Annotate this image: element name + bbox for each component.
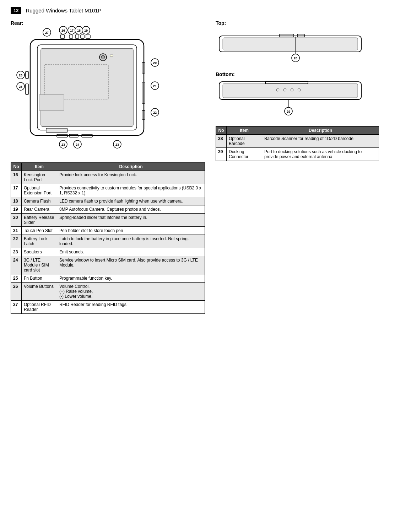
right-col-header-item: Item: [227, 127, 262, 135]
svg-rect-12: [81, 35, 84, 38]
page-number: 12: [11, 7, 21, 14]
page-title: Rugged Windows Tablet M101P: [26, 7, 101, 14]
bottom-label: Bottom:: [216, 71, 400, 77]
svg-text:21: 21: [153, 84, 157, 88]
svg-text:26: 26: [19, 85, 22, 88]
left-table-item: 3G / LTE Module / SIM card slot: [22, 256, 57, 274]
left-table-no: 18: [11, 197, 22, 205]
svg-rect-56: [223, 84, 358, 98]
left-table-no: 21: [11, 227, 22, 235]
svg-text:27: 27: [45, 31, 49, 34]
left-table-item: Optional RFID Reader: [22, 301, 57, 314]
left-table-no: 23: [11, 248, 22, 256]
col-header-no: No: [11, 163, 22, 171]
right-table-item: Docking Connector: [227, 148, 262, 161]
svg-text:19: 19: [84, 29, 88, 32]
left-table-item: Fn Button: [22, 274, 57, 283]
left-table-item: Camera Flash: [22, 197, 57, 205]
left-table-desc: RFID Reader for reading RFID tags.: [57, 301, 205, 314]
left-table-desc: 8MP Autofocus Camera. Captures photos an…: [57, 205, 205, 214]
col-header-item: Item: [22, 163, 57, 171]
right-table-desc: Barcode Scanner for reading of 1D/2D bar…: [262, 135, 379, 148]
left-table-no: 24: [11, 256, 22, 274]
svg-text:16: 16: [61, 29, 65, 32]
right-table-no: 28: [216, 135, 227, 148]
top-diagram: 28: [216, 29, 379, 64]
rear-label: Rear:: [11, 20, 205, 26]
svg-rect-2: [41, 48, 133, 127]
left-table-item: Speakers: [22, 248, 57, 256]
top-label: Top:: [216, 20, 400, 26]
left-table-desc: Pen holder slot to store touch pen: [57, 227, 205, 235]
svg-rect-17: [46, 128, 67, 133]
svg-text:24: 24: [76, 143, 79, 146]
svg-text:23: 23: [115, 143, 119, 146]
left-table-no: 22: [11, 235, 22, 248]
left-table-no: 17: [11, 184, 22, 197]
right-col-header-desc: Description: [262, 127, 379, 135]
left-table-desc: Volume Control. (+) Raise volume, (-) Lo…: [57, 283, 205, 301]
rear-diagram: 27 16 17 18 19 20 21: [11, 29, 160, 157]
left-table-desc: Programmable function key.: [57, 274, 205, 283]
svg-text:18: 18: [77, 29, 81, 32]
left-table: No Item Description 16Kensington Lock Po…: [11, 162, 205, 314]
left-table-desc: Latch to lock the battery in place once …: [57, 235, 205, 248]
svg-point-20: [101, 55, 105, 59]
svg-text:22: 22: [153, 111, 157, 114]
left-table-item: Battery Release Slider: [22, 214, 57, 227]
bottom-diagram: 29: [216, 80, 379, 119]
left-table-desc: Provide lock access for Kensington Lock.: [57, 171, 205, 184]
left-table-desc: Service window to insert Micro SIM card.…: [57, 256, 205, 274]
left-table-item: Volume Buttons: [22, 283, 57, 301]
left-table-desc: Provides connectivity to custom modules …: [57, 184, 205, 197]
right-table-no: 29: [216, 148, 227, 161]
right-table-item: Optional Barcode: [227, 135, 262, 148]
svg-text:23: 23: [61, 143, 65, 146]
left-table-no: 16: [11, 171, 22, 184]
col-header-desc: Description: [57, 163, 205, 171]
svg-text:25: 25: [19, 74, 22, 77]
left-table-item: Touch Pen Slot: [22, 227, 57, 235]
left-table-item: Optional Extension Port: [22, 184, 57, 197]
svg-rect-18: [39, 95, 64, 111]
right-table: No Item Description 28Optional BarcodeBa…: [216, 126, 379, 161]
svg-text:29: 29: [287, 110, 290, 113]
svg-rect-49: [223, 38, 358, 50]
left-table-desc: Emit sounds.: [57, 248, 205, 256]
right-table-desc: Port to docking solutions such as vehicl…: [262, 148, 379, 161]
left-table-no: 19: [11, 205, 22, 214]
left-table-item: Rear Camera: [22, 205, 57, 214]
left-table-item: Battery Lock Latch: [22, 235, 57, 248]
svg-rect-7: [26, 71, 28, 79]
left-table-desc: Spring-loaded slider that latches the ba…: [57, 214, 205, 227]
svg-text:20: 20: [153, 61, 157, 65]
svg-rect-10: [69, 35, 73, 38]
left-table-no: 26: [11, 283, 22, 301]
right-col-header-no: No: [216, 127, 227, 135]
svg-rect-11: [75, 35, 79, 38]
left-table-item: Kensington Lock Port: [22, 171, 57, 184]
svg-rect-8: [26, 84, 28, 95]
svg-rect-13: [86, 35, 90, 38]
left-table-no: 27: [11, 301, 22, 314]
svg-text:17: 17: [70, 29, 74, 32]
svg-rect-21: [110, 55, 113, 57]
svg-rect-9: [60, 35, 65, 38]
left-table-no: 25: [11, 274, 22, 283]
svg-text:28: 28: [294, 57, 297, 60]
left-table-desc: LED camera flash to provide flash lighti…: [57, 197, 205, 205]
left-table-no: 20: [11, 214, 22, 227]
